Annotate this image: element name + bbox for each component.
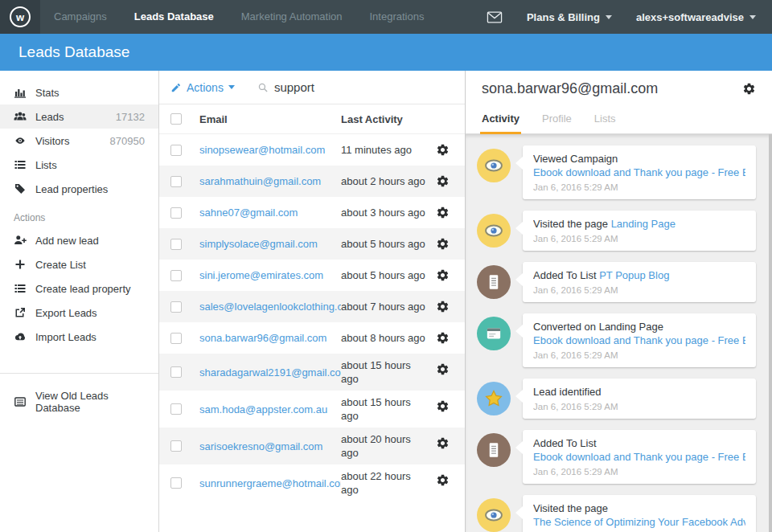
row-gear-icon[interactable] [436, 206, 465, 219]
row-checkbox[interactable] [170, 176, 182, 187]
messages-envelope-icon[interactable] [487, 11, 503, 23]
search-input[interactable] [274, 80, 419, 94]
nav-item-leads-database[interactable]: Leads Database [121, 0, 228, 34]
activity-link[interactable]: Ebook download and Thank you page - Free… [533, 450, 745, 464]
sidebar-action-label: Create List [35, 259, 86, 271]
activity-card: Converted on Landing PageEbook download … [523, 313, 756, 367]
table-header: Email Last Activity [159, 104, 465, 134]
row-gear-icon[interactable] [436, 362, 465, 376]
activity-card: Viewed CampaignEbook download and Thank … [523, 145, 756, 199]
lead-email-link[interactable]: sarisoekresno@gmail.com [199, 440, 341, 452]
activity-title-link[interactable]: PT Popup Blog [599, 269, 669, 281]
lead-email-link[interactable]: sona.barwar96@gmail.com [199, 332, 341, 344]
row-gear-icon[interactable] [436, 143, 465, 157]
row-gear-icon[interactable] [436, 300, 465, 313]
activity-star-icon [477, 382, 511, 415]
detail-settings-gear-icon[interactable] [742, 82, 756, 96]
last-activity-value: about 3 hours ago [341, 206, 436, 219]
row-checkbox[interactable] [170, 440, 182, 452]
row-gear-icon[interactable] [436, 473, 465, 487]
last-activity-value: about 15 hours ago [341, 395, 436, 423]
activity-title: Converted on Landing Page [533, 320, 745, 334]
lead-email-link[interactable]: sharadagarwal2191@gmail.com [199, 366, 341, 379]
lead-email-link[interactable]: sini.jerome@emirates.com [199, 269, 341, 281]
lead-email-link[interactable]: simplysolace@gmail.com [199, 238, 341, 250]
sidebar-item-lead-properties[interactable]: Lead properties [0, 177, 158, 201]
activity-link[interactable]: Ebook download and Thank you page - Free… [533, 166, 745, 179]
row-checkbox[interactable] [170, 403, 182, 415]
sidebar-item-view-old-leads-database[interactable]: View Old Leads Database [0, 390, 158, 414]
tab-profile[interactable]: Profile [542, 106, 572, 133]
sidebar-action-add-new-lead[interactable]: Add new lead [0, 228, 158, 252]
nav-item-integrations[interactable]: Integrations [356, 0, 438, 34]
sidebar-footer: View Old Leads Database [0, 390, 158, 414]
sidebar: StatsLeads17132Visitors870950ListsLead p… [0, 71, 159, 532]
activity-item: Converted on Landing PageEbook download … [477, 313, 761, 367]
sidebar-action-label: Create lead property [35, 283, 131, 295]
lead-email-link[interactable]: sarahmathuin@gmail.com [199, 175, 341, 187]
sidebar-action-import-leads[interactable]: Import Leads [0, 325, 158, 349]
lead-email-link[interactable]: sam.hoda@appster.com.au [199, 403, 341, 415]
row-checkbox[interactable] [170, 239, 182, 250]
activity-items: Viewed CampaignEbook download and Thank … [477, 145, 761, 532]
row-checkbox[interactable] [170, 145, 182, 156]
account-menu[interactable]: alexs+softwareadvise [636, 11, 756, 23]
list-icon [14, 158, 27, 171]
row-gear-icon[interactable] [436, 268, 465, 282]
lead-email-link[interactable]: sinopsewear@hotmail.com [199, 144, 341, 156]
row-gear-icon[interactable] [436, 237, 465, 251]
lead-email-link[interactable]: sunrunnergraeme@hotmail.com [199, 477, 341, 489]
main-content: StatsLeads17132Visitors870950ListsLead p… [0, 71, 772, 532]
sidebar-item-leads[interactable]: Leads17132 [0, 104, 158, 129]
top-nav: w CampaignsLeads DatabaseMarketing Autom… [0, 0, 772, 34]
eye-icon [14, 134, 27, 147]
sidebar-item-visitors[interactable]: Visitors870950 [0, 129, 158, 153]
lead-email-link[interactable]: sahne07@gmail.com [199, 207, 341, 219]
nav-item-campaigns[interactable]: Campaigns [40, 0, 121, 34]
bar-chart-icon [14, 86, 27, 99]
row-checkbox[interactable] [170, 477, 182, 489]
nav-item-marketing-automation[interactable]: Marketing Automation [228, 0, 356, 34]
chevron-down-icon [606, 15, 612, 19]
row-gear-icon[interactable] [436, 331, 465, 345]
row-checkbox[interactable] [170, 207, 182, 219]
sidebar-item-stats[interactable]: Stats [0, 80, 158, 104]
sidebar-action-create-lead-property[interactable]: Create lead property [0, 276, 158, 301]
row-checkbox[interactable] [170, 333, 182, 344]
feed-scrollbar[interactable] [769, 134, 772, 532]
plans-billing-menu[interactable]: Plans & Billing [527, 11, 612, 23]
row-checkbox[interactable] [170, 366, 182, 378]
tab-lists[interactable]: Lists [594, 106, 616, 133]
activity-link[interactable]: Ebook download and Thank you page - Free… [533, 334, 745, 347]
column-header-last-activity: Last Activity [341, 113, 436, 125]
activity-title-link[interactable]: Landing Page [611, 218, 676, 230]
tab-activity[interactable]: Activity [482, 106, 519, 133]
select-all-checkbox[interactable] [170, 113, 182, 125]
sidebar-item-count: 870950 [110, 135, 145, 147]
sidebar-item-lists[interactable]: Lists [0, 153, 158, 177]
activity-date: Jan 6, 2016 5:29 AM [533, 284, 745, 296]
activity-card: Lead identifiedJan 6, 2016 5:29 AM [523, 379, 756, 419]
row-checkbox[interactable] [170, 301, 182, 313]
table-row: sarisoekresno@gmail.comabout 20 hours ag… [159, 428, 465, 464]
table-row: sam.hoda@appster.com.auabout 15 hours ag… [159, 391, 465, 428]
column-header-email: Email [199, 113, 341, 125]
activity-card: Added To ListEbook download and Thank yo… [523, 430, 756, 484]
lead-email-link[interactable]: sales@lovelagenlookclothing.co... [199, 301, 341, 313]
activity-date: Jan 6, 2016 5:29 AM [533, 233, 745, 244]
activity-title: Visited the page [533, 501, 745, 515]
sidebar-action-create-list[interactable]: Create List [0, 252, 158, 276]
actions-dropdown[interactable]: Actions [170, 81, 235, 94]
activity-link[interactable]: The Science of Optimizing Your Facebook … [533, 515, 745, 529]
table-row: simplysolace@gmail.comabout 5 hours ago [159, 228, 465, 260]
row-gear-icon[interactable] [436, 436, 465, 450]
app-logo[interactable]: w [0, 0, 40, 34]
sidebar-action-label: Export Leads [35, 307, 97, 319]
sidebar-action-export-leads[interactable]: Export Leads [0, 301, 158, 325]
row-gear-icon[interactable] [436, 174, 465, 188]
row-gear-icon[interactable] [436, 399, 465, 413]
search-icon [257, 82, 269, 93]
sidebar-item-count: 17132 [116, 111, 145, 123]
activity-eye-icon [477, 214, 511, 248]
row-checkbox[interactable] [170, 270, 182, 281]
